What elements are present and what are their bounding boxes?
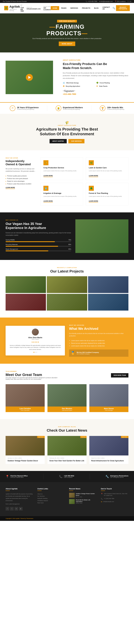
team-member-name-2: Dan Western <box>48 408 86 410</box>
forest-learn-more[interactable]: Learn More <box>89 200 98 202</box>
footer-col-about: About Agritek Agritek is founded with th… <box>6 488 33 510</box>
play-icon <box>28 76 31 79</box>
services-title: IndependentlyOwned & Operated <box>6 160 36 166</box>
about-title: Eco-Friendly Products Can BeMade From Sc… <box>63 62 128 70</box>
stat-awards: 🏆 100+ Awards Win All about winning and … <box>100 106 124 111</box>
vegan-title: Our Vegan Has 35 YearExperience In Agric… <box>6 222 71 230</box>
vegan-image <box>76 219 128 253</box>
stat-experience-sub: All about farming and agrieting <box>17 109 39 110</box>
about-section: About Agriculture Eco-Friendly Products … <box>0 52 134 102</box>
view-team-button[interactable]: View More Team <box>111 373 128 378</box>
footer-contact-email: ✉ info@example.com <box>101 501 128 503</box>
our-services-button[interactable]: Our Services <box>68 139 84 143</box>
header-contacts: Call Us +123 456 7890 Write to Us info@e… <box>20 4 51 12</box>
footer-news-date-2: Feb 05, 2021 <box>76 502 97 504</box>
quote-button[interactable]: Request For Quote <box>116 5 130 11</box>
top-bar-tagline: Our Trusted 24 Hours Service Provider <box>3 1 27 2</box>
project-thumb-3[interactable] <box>88 276 128 293</box>
team-card-1: Lara Christine Farm Specialist <box>6 384 45 412</box>
vegan-right-image <box>76 219 128 253</box>
crop-learn-more[interactable]: Learn More <box>44 175 53 177</box>
service-card-crop: 🌾 Crop Protection Service Lorem ipsum or… <box>40 157 83 180</box>
main-nav: Home Pages Services Projects Blog Contac… <box>51 5 116 11</box>
nav-contact[interactable]: Contact Us <box>100 5 112 11</box>
testimonial-avatar <box>32 328 39 336</box>
progress-bar-3 <box>6 250 71 251</box>
news-title: Check Our Latest News <box>6 428 128 432</box>
about-features: 💨 Wind Solar Energy 🌳 Forest Planting ♻ … <box>63 82 128 87</box>
project-thumb-5[interactable] <box>47 294 87 310</box>
footer-about-text: Agritek is founded with the purpose of p… <box>6 493 33 502</box>
nav-projects[interactable]: Projects <box>80 6 92 10</box>
mission-buttons: About Agritek Our Services <box>6 139 128 143</box>
news-image-2: Farming <box>48 436 86 456</box>
testimonial-stars: ★★★★★ <box>8 341 62 343</box>
footer-col-links-title: Useful Links <box>38 488 65 491</box>
linkedin-icon[interactable]: in <box>130 1 131 2</box>
social-icons: f t in <box>128 1 131 2</box>
testimonial-pagination <box>8 352 62 353</box>
footer-link-services[interactable]: Our Services <box>38 495 65 497</box>
footer-col-news: Recent News Outdoor Vintage Flower Garde… <box>69 488 97 510</box>
twitter-icon[interactable]: t <box>129 1 129 2</box>
solar-icon: ☀ <box>96 85 98 87</box>
stat-divider-1 <box>47 106 47 111</box>
dot-2[interactable] <box>35 352 36 353</box>
project-thumb-6[interactable] <box>88 294 128 310</box>
nav-pages[interactable]: Pages <box>59 6 68 10</box>
footer-link-hydraulic[interactable]: Hydraulic Meeting <box>38 497 65 500</box>
footer-link-plant[interactable]: Plant Seed <box>38 502 65 504</box>
footer-twitter-icon[interactable]: t <box>10 507 14 510</box>
footer-linkedin-icon[interactable]: in <box>14 507 18 510</box>
nav-blog[interactable]: Blog <box>92 6 101 10</box>
footer-contact-phone: 📞 +1 (234) 456 7890 <box>101 498 128 500</box>
footer-youtube-icon[interactable]: ▶ <box>19 507 22 510</box>
footer-link-ventilatory[interactable]: Ventilatory Natures <box>38 500 65 502</box>
news-content-2: February 05, 2021 | Admin Grow Your Own … <box>48 456 86 464</box>
team-card-3: Mark Steven Field Manager <box>89 384 128 412</box>
iso-icon: 🏅 <box>71 351 75 355</box>
stat-workers: 👷 Experienced Workers All about farming … <box>56 106 83 111</box>
search-icon[interactable]: 🔍 <box>112 6 116 10</box>
project-thumb-2[interactable] <box>47 276 87 293</box>
nav-services[interactable]: Services <box>68 6 80 10</box>
services-grid: 🌾 Crop Protection Service Lorem ipsum or… <box>40 157 128 206</box>
services-list-item: Premium quality grass products <box>6 174 36 177</box>
about-desc: Eco-Friendly products are the products t… <box>63 72 128 80</box>
progress-recycling-value: 80% <box>68 244 71 245</box>
progress-wildlife-label: Saving Wildlife <box>6 239 15 241</box>
stat-workers-sub: All about farming and agrieting <box>63 109 83 110</box>
footer-social-links: f t in ▶ <box>6 507 33 510</box>
dot-3[interactable] <box>36 352 37 353</box>
footer-facebook-icon[interactable]: f <box>6 507 9 510</box>
footer-address: 📍 3454 Simpson Street Suite 301, New Yor… <box>101 493 128 496</box>
footer-emergency: 🔧 Emergency Restorations 24/7 emergency … <box>106 475 128 478</box>
progress-wildlife-value: 75% <box>68 239 71 241</box>
about-agritek-button[interactable]: About Agritek <box>50 139 67 143</box>
progress-recycling-label: Recycling Materials <box>6 244 18 245</box>
nav-home[interactable]: Home <box>51 6 59 10</box>
project-image-6 <box>88 294 128 310</box>
news-image-bg-1 <box>6 436 45 456</box>
footer-link-about[interactable]: About Us <box>38 493 65 495</box>
facebook-icon[interactable]: f <box>128 1 128 2</box>
irrigation-learn-more[interactable]: Learn More <box>44 200 53 202</box>
services-list: Premium quality grass products Produce h… <box>6 174 36 185</box>
footer-col-contact: Get In Touch 📍 3454 Simpson Street Suite… <box>101 488 128 510</box>
learn-more-link[interactable]: Learn More <box>6 187 15 189</box>
team-member-name-1: Lara Christine <box>7 408 44 410</box>
lawn-learn-more[interactable]: Learn More <box>89 175 98 177</box>
mission-tag: About Agriculture <box>6 125 128 126</box>
project-image-5 <box>47 294 87 310</box>
project-thumb-1[interactable] <box>6 276 46 293</box>
service-card-forest: 🌲 Forest & Tree Planting Lorem ipsum ora… <box>86 183 128 206</box>
play-button[interactable] <box>26 74 33 81</box>
project-thumb-4[interactable] <box>6 294 46 310</box>
hero-cta-button[interactable]: More About <box>59 42 76 46</box>
wind-icon: 💨 <box>63 82 65 84</box>
dot-1[interactable] <box>34 352 34 353</box>
footer-phone-number: +123 456 9032 <box>64 475 74 477</box>
logo[interactable]: 🌿 Agritek Agriculture & Farming <box>4 5 20 11</box>
news-badge-1: Agriculture <box>37 436 45 438</box>
progress-fill-2 <box>6 246 58 247</box>
